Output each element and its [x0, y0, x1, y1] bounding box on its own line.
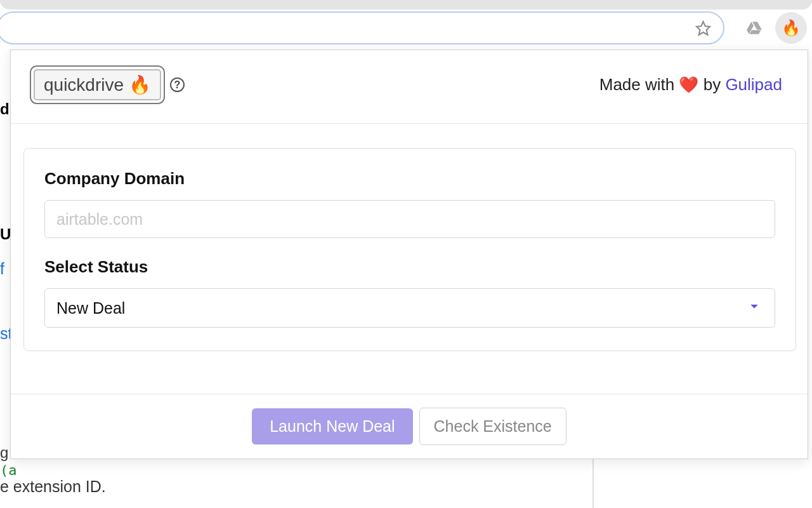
launch-new-deal-button[interactable]: Launch New Deal — [252, 408, 412, 444]
header-left: quickdrive 🔥 ? — [34, 69, 185, 100]
popup-header: quickdrive 🔥 ? Made with ❤️ by Gulipad — [11, 50, 808, 124]
extension-popup: quickdrive 🔥 ? Made with ❤️ by Gulipad C… — [10, 50, 808, 459]
popup-footer: Launch New Deal Check Existence — [11, 394, 808, 458]
form-card: Company Domain Select Status New Deal — [23, 148, 796, 351]
tab-strip — [0, 0, 812, 10]
made-with: Made with ❤️ by Gulipad — [599, 75, 782, 95]
chevron-down-icon — [745, 297, 763, 319]
company-domain-label: Company Domain — [44, 169, 775, 189]
bookmark-star-icon[interactable] — [694, 19, 712, 37]
svg-marker-0 — [697, 22, 710, 35]
extension-avatar[interactable]: 🔥 — [775, 12, 807, 44]
address-bar[interactable] — [0, 11, 724, 44]
bg-divider — [593, 458, 594, 508]
select-status-value: New Deal — [56, 299, 125, 318]
select-status-dropdown[interactable]: New Deal — [44, 288, 775, 328]
made-with-by: by — [704, 75, 726, 94]
bg-text-u: U — [0, 222, 11, 246]
brand-button[interactable]: quickdrive 🔥 — [34, 69, 161, 100]
company-domain-group: Company Domain — [44, 169, 775, 238]
bg-text-link-f: f — [0, 256, 4, 281]
select-status-label: Select Status — [44, 257, 775, 277]
bg-text-json: n ISON file (forgetting to separate entr… — [0, 503, 571, 508]
fire-icon: 🔥 — [782, 19, 801, 37]
heart-icon: ❤️ — [679, 76, 698, 93]
bg-text-ext: e extension ID. — [0, 474, 106, 499]
company-domain-input[interactable] — [44, 200, 775, 238]
made-with-prefix: Made with — [599, 75, 675, 94]
fire-icon: 🔥 — [129, 75, 151, 95]
toolbar: 🔥 — [0, 11, 812, 44]
check-existence-button[interactable]: Check Existence — [419, 408, 566, 445]
brand-name: quickdrive — [44, 75, 124, 95]
google-drive-icon[interactable] — [745, 18, 764, 37]
author-link[interactable]: Gulipad — [725, 75, 782, 94]
bg-text-d: d — [0, 97, 10, 121]
select-status-group: Select Status New Deal — [44, 257, 775, 328]
help-icon[interactable]: ? — [170, 77, 185, 92]
